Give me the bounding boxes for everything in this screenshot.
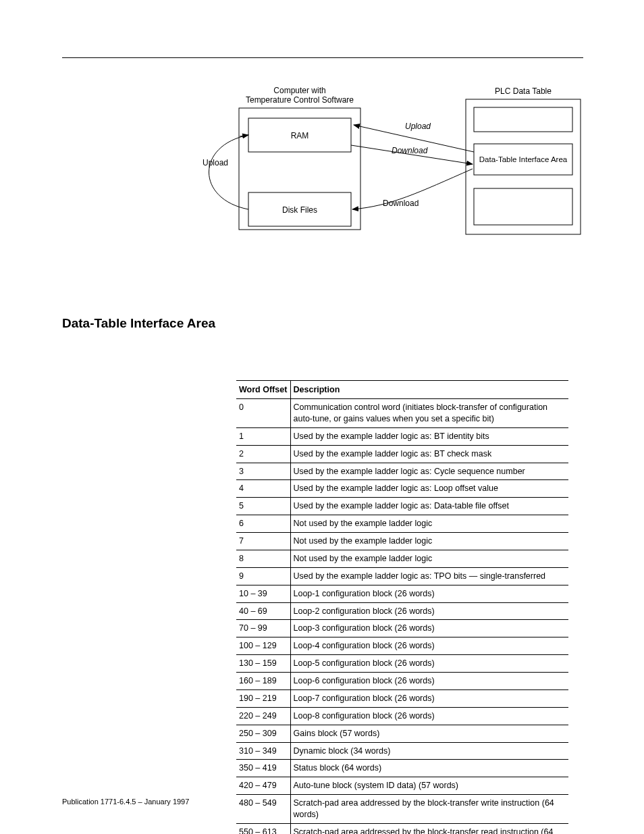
ram-label: RAM (291, 131, 309, 140)
cell-desc: Scratch-pad area addressed by the block-… (290, 823, 568, 834)
upload-loop-label: Upload (203, 158, 228, 167)
cell-desc: Loop-7 configuration block (26 words) (290, 689, 568, 707)
cell-offset: 7 (236, 533, 290, 550)
cell-offset: 8 (236, 550, 290, 567)
cell-offset: 1 (236, 427, 290, 445)
cell-desc: Used by the example ladder logic as: BT … (290, 445, 568, 463)
cell-offset: 220 – 249 (236, 707, 290, 725)
data-table-interface-table: Word Offset Description 0Communication c… (236, 380, 568, 834)
cell-desc: Not used by the example ladder logic (290, 533, 568, 550)
download-arrow-label: Download (392, 146, 428, 155)
cell-desc: Used by the example ladder logic as: BT … (290, 427, 568, 445)
cell-desc: Loop-1 configuration block (26 words) (290, 585, 568, 602)
header-rule (62, 57, 583, 58)
cell-desc: Gains block (57 words) (290, 725, 568, 742)
table-row: 190 – 219Loop-7 configuration block (26 … (236, 689, 568, 707)
publication-footer: Publication 1771-6.4.5 – January 1997 (62, 798, 189, 806)
cell-desc: Loop-5 configuration block (26 words) (290, 655, 568, 673)
cell-desc: Loop-6 configuration block (26 words) (290, 673, 568, 690)
cell-offset: 100 – 129 (236, 637, 290, 655)
col-header-offset: Word Offset (236, 381, 290, 399)
cell-desc: Used by the example ladder logic as: Cyc… (290, 463, 568, 480)
cell-offset: 420 – 479 (236, 777, 290, 795)
cell-offset: 6 (236, 515, 290, 533)
cell-offset: 3 (236, 463, 290, 480)
table-row: 0Communication control word (initiates b… (236, 399, 568, 428)
cell-desc: Dynamic block (34 words) (290, 742, 568, 760)
svg-rect-4 (466, 99, 581, 234)
cell-offset: 310 – 349 (236, 742, 290, 760)
cell-offset: 190 – 219 (236, 689, 290, 707)
table-row: 5Used by the example ladder logic as: Da… (236, 498, 568, 515)
cell-desc: Used by the example ladder logic as: Loo… (290, 480, 568, 498)
cell-offset: 70 – 99 (236, 620, 290, 637)
cell-desc: Used by the example ladder logic as: Dat… (290, 498, 568, 515)
table-row: 100 – 129Loop-4 configuration block (26 … (236, 637, 568, 655)
col-header-desc: Description (290, 381, 568, 399)
table-row: 70 – 99Loop-3 configuration block (26 wo… (236, 620, 568, 637)
cell-desc: Auto-tune block (system ID data) (57 wor… (290, 777, 568, 795)
cell-desc: Not used by the example ladder logic (290, 515, 568, 533)
download-arc-label: Download (383, 199, 419, 208)
plc-title: PLC Data Table (495, 86, 552, 96)
table-row: 9Used by the example ladder logic as: TP… (236, 567, 568, 585)
table-row: 10 – 39Loop-1 configuration block (26 wo… (236, 585, 568, 602)
table-row: 550 – 613Scratch-pad area addressed by t… (236, 823, 568, 834)
cell-desc: Loop-4 configuration block (26 words) (290, 637, 568, 655)
cell-offset: 40 – 69 (236, 602, 290, 620)
cell-desc: Loop-3 configuration block (26 words) (290, 620, 568, 637)
cell-desc: Not used by the example ladder logic (290, 550, 568, 567)
system-diagram: Computer with Temperature Control Softwa… (176, 84, 587, 240)
svg-rect-5 (474, 107, 572, 132)
table-row: 480 – 549Scratch-pad area addressed by t… (236, 795, 568, 824)
table-row: 350 – 419Status block (64 words) (236, 760, 568, 777)
cell-desc: Scratch-pad area addressed by the block-… (290, 795, 568, 824)
table-row: 3Used by the example ladder logic as: Cy… (236, 463, 568, 480)
disk-files-label: Disk Files (282, 205, 317, 215)
cell-offset: 5 (236, 498, 290, 515)
table-row: 1Used by the example ladder logic as: BT… (236, 427, 568, 445)
cell-offset: 250 – 309 (236, 725, 290, 742)
table-row: 7Not used by the example ladder logic (236, 533, 568, 550)
cell-offset: 160 – 189 (236, 673, 290, 690)
table-row: 250 – 309Gains block (57 words) (236, 725, 568, 742)
table-row: 40 – 69Loop-2 configuration block (26 wo… (236, 602, 568, 620)
table-row: 220 – 249Loop-8 configuration block (26 … (236, 707, 568, 725)
cell-offset: 4 (236, 480, 290, 498)
table-row: 4Used by the example ladder logic as: Lo… (236, 480, 568, 498)
table-row: 420 – 479Auto-tune block (system ID data… (236, 777, 568, 795)
table-row: 160 – 189Loop-6 configuration block (26 … (236, 673, 568, 690)
cell-desc: Loop-8 configuration block (26 words) (290, 707, 568, 725)
table-row: 310 – 349Dynamic block (34 words) (236, 742, 568, 760)
cell-offset: 350 – 419 (236, 760, 290, 777)
cell-offset: 550 – 613 (236, 823, 290, 834)
cell-offset: 2 (236, 445, 290, 463)
cell-desc: Status block (64 words) (290, 760, 568, 777)
svg-rect-7 (474, 188, 572, 225)
computer-title-l1: Computer with (273, 86, 325, 95)
upload-arrow-label: Upload (405, 122, 431, 131)
cell-offset: 0 (236, 399, 290, 428)
cell-desc: Loop-2 configuration block (26 words) (290, 602, 568, 620)
cell-desc: Communication control word (initiates bl… (290, 399, 568, 428)
cell-offset: 130 – 159 (236, 655, 290, 673)
cell-offset: 9 (236, 567, 290, 585)
section-heading: Data-Table Interface Area (62, 316, 215, 331)
interface-area-label: Data-Table Interface Area (479, 155, 568, 163)
computer-title-l2: Temperature Control Software (246, 95, 354, 105)
table-row: 6Not used by the example ladder logic (236, 515, 568, 533)
table-row: 8Not used by the example ladder logic (236, 550, 568, 567)
cell-offset: 10 – 39 (236, 585, 290, 602)
table-row: 2Used by the example ladder logic as: BT… (236, 445, 568, 463)
table-row: 130 – 159Loop-5 configuration block (26 … (236, 655, 568, 673)
cell-desc: Used by the example ladder logic as: TPO… (290, 567, 568, 585)
cell-offset: 480 – 549 (236, 795, 290, 824)
